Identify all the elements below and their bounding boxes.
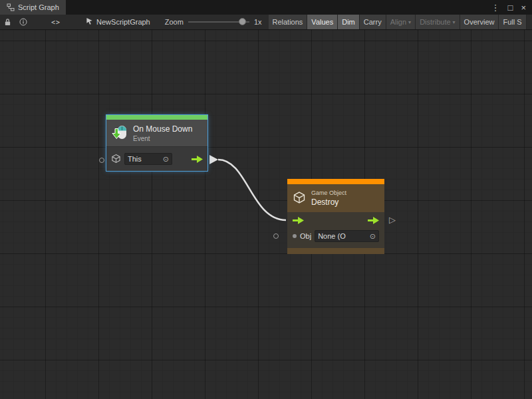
target-input-port[interactable] [99, 158, 104, 163]
graph-canvas[interactable]: On Mouse Down Event This ⊙ [0, 30, 532, 399]
event-node-header: On Mouse Down Event [106, 120, 207, 146]
zoom-value: 1x [254, 18, 262, 26]
gameobject-cube-icon [111, 154, 121, 165]
window-controls: ⋮ □ × [485, 0, 532, 15]
info-icon[interactable] [15, 15, 31, 29]
event-accent-bar [106, 115, 207, 120]
zoom-control: Zoom 1x [165, 15, 262, 29]
chevron-down-icon: ▾ [408, 19, 411, 25]
obj-input-port[interactable] [273, 233, 279, 239]
chevron-down-icon: ▾ [453, 19, 456, 25]
menu-icon[interactable]: ⋮ [491, 3, 500, 12]
object-picker-icon[interactable]: ⊙ [163, 156, 169, 163]
dim-button[interactable]: Dim [338, 15, 360, 30]
event-node-subtitle: Event [133, 135, 192, 142]
target-field-value: This [128, 155, 142, 163]
toolbar-button-group: Relations Values Dim Carry Align▾ Distri… [269, 15, 527, 30]
destroy-node-title: Destroy [311, 198, 346, 207]
script-graph-icon [7, 3, 15, 11]
distribute-button[interactable]: Distribute▾ [416, 15, 460, 30]
destroy-node-category: Game Object [311, 190, 346, 196]
event-node-title: On Mouse Down [133, 124, 192, 134]
event-node-body: This ⊙ [106, 146, 207, 171]
object-picker-icon[interactable]: ⊙ [370, 233, 376, 240]
flow-input-port[interactable] [293, 217, 304, 224]
script-graph-window: Script Graph ⋮ □ × <> NewScriptGraph Zoo… [0, 0, 532, 399]
zoom-slider-thumb[interactable] [239, 18, 246, 25]
values-button[interactable]: Values [307, 15, 338, 30]
flow-output-port[interactable] [192, 156, 203, 163]
on-mouse-down-node[interactable]: On Mouse Down Event This ⊙ [106, 115, 207, 171]
target-field[interactable]: This ⊙ [124, 153, 172, 165]
zoom-slider[interactable] [188, 15, 249, 29]
destroy-node-header: Game Object Destroy [287, 184, 384, 212]
gameobject-cube-icon [293, 190, 306, 206]
obj-field[interactable]: None (O ⊙ [315, 230, 379, 242]
flow-continuation-icon: ▷ [389, 215, 396, 224]
mouse-down-icon [111, 124, 128, 142]
graph-toolbar: <> NewScriptGraph Zoom 1x Relations Valu… [0, 15, 532, 30]
tab-script-graph[interactable]: Script Graph [0, 0, 66, 15]
zoom-label: Zoom [165, 18, 184, 26]
destroy-accent-bar [287, 179, 384, 184]
code-icon[interactable]: <> [47, 15, 65, 29]
cursor-icon [86, 17, 93, 27]
lock-icon[interactable] [0, 15, 15, 29]
graph-name-button[interactable]: NewScriptGraph [86, 17, 150, 27]
connection-wire [0, 30, 532, 399]
carry-button[interactable]: Carry [360, 15, 386, 30]
graph-name-label: NewScriptGraph [96, 18, 150, 26]
maximize-icon[interactable]: □ [508, 3, 513, 12]
obj-port-dot [293, 234, 297, 238]
destroy-node-body: Obj None (O ⊙ [287, 212, 384, 248]
tab-bar: Script Graph ⋮ □ × [0, 0, 532, 15]
obj-label: Obj [300, 232, 311, 240]
flow-output-port[interactable] [368, 217, 379, 224]
overview-button[interactable]: Overview [460, 15, 499, 30]
tab-title: Script Graph [18, 3, 59, 11]
fullscreen-button[interactable]: Full S [499, 15, 526, 30]
destroy-footer-bar [287, 248, 384, 254]
obj-field-value: None (O [318, 232, 346, 240]
align-button[interactable]: Align▾ [386, 15, 416, 30]
relations-button[interactable]: Relations [269, 15, 308, 30]
destroy-node[interactable]: Game Object Destroy Obj [287, 179, 384, 254]
close-icon[interactable]: × [521, 3, 526, 12]
